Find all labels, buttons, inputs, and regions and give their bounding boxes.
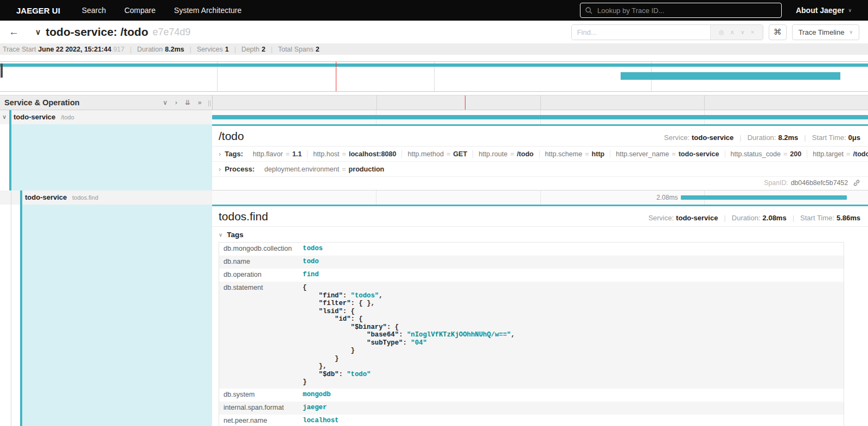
detail-highlight-fill <box>11 124 212 190</box>
span-id-row: SpanID: db046b8efc5b7452 <box>212 176 868 190</box>
duration-label: Duration <box>137 46 163 53</box>
span-detail-header: /todo Service:todo-service | Duration:8.… <box>212 126 868 147</box>
divider: | <box>804 133 806 142</box>
expand-all-icon[interactable]: » <box>198 99 202 106</box>
trace-summary-bar: Trace Start June 22 2022, 15:21:44.917 |… <box>0 43 868 55</box>
column-resize-handle[interactable] <box>208 100 210 106</box>
service-label: Service: <box>664 133 690 142</box>
grid-line <box>376 190 376 205</box>
nav-item-compare[interactable]: Compare <box>124 6 156 15</box>
collapse-one-icon[interactable]: ∨ <box>163 99 168 106</box>
tag-key: db.operation <box>219 269 298 281</box>
duration-value: 2.08ms <box>763 214 787 222</box>
service-operation-header: Service & Operation <box>4 98 80 107</box>
expand-one-icon[interactable]: › <box>175 99 177 106</box>
tags-inline-list: http.flavor=1.1http.host=localhost:8080h… <box>247 150 868 158</box>
timeline-ruler[interactable] <box>212 96 868 110</box>
tag-value: todo <box>298 256 323 268</box>
process-accordion-collapsed[interactable]: › Process: deployment.environment=produc… <box>212 162 868 177</box>
collapse-controls: ∨ › ⇊ » <box>163 99 202 106</box>
tag-table-row: net.peer.name localhost <box>219 415 844 426</box>
nav-item-search[interactable]: Search <box>82 6 106 15</box>
span-meta: Service:todo-service | Duration:2.08ms |… <box>648 214 860 222</box>
tag-item: http.route=/todo <box>473 150 539 158</box>
span-duration-bar[interactable] <box>212 115 868 119</box>
chevron-down-icon: ∨ <box>219 232 222 238</box>
span-name-cell[interactable]: ∨ todo-service/todo <box>0 110 212 124</box>
minimap-span-bar-todos-find <box>621 72 840 80</box>
span-title: todos.find <box>219 210 268 223</box>
about-jaeger-label: About Jaeger <box>796 6 844 15</box>
find-clear-icon[interactable]: × <box>751 29 754 35</box>
equals-sign: = <box>846 150 850 158</box>
span-duration-bar[interactable] <box>681 195 847 200</box>
keyboard-shortcuts-button[interactable]: ⌘ <box>769 24 787 40</box>
collapse-all-icon[interactable]: ⇊ <box>185 99 190 106</box>
trace-title: todo-service: /todo <box>46 26 148 39</box>
grid-line <box>540 190 541 205</box>
collapse-trace-chevron-icon[interactable]: ∨ <box>35 28 41 36</box>
span-service-name: todo-servicetodos.find <box>25 193 98 201</box>
match-target-icon[interactable]: ◎ <box>719 29 724 36</box>
find-prev-icon[interactable]: ∧ <box>730 29 735 36</box>
tag-value: GET <box>453 150 467 158</box>
chevron-down-icon[interactable]: ∨ <box>2 113 7 120</box>
span-id-label: SpanID: <box>764 179 788 187</box>
tag-table-row: db.operation find <box>219 269 844 282</box>
start-time-label: Start Time: <box>800 214 834 222</box>
find-next-icon[interactable]: ∨ <box>741 29 745 36</box>
span-name-cell[interactable]: todo-servicetodos.find <box>0 190 212 205</box>
grid-line <box>376 96 377 110</box>
tag-key: http.scheme <box>545 150 583 158</box>
divider: | <box>130 46 132 53</box>
equals-sign: = <box>783 150 787 158</box>
divider: | <box>793 214 794 222</box>
jaeger-logo[interactable]: JAEGER UI <box>16 6 60 15</box>
depth-guide-line <box>11 205 11 426</box>
tag-item: http.server_name=todo-service <box>610 150 725 158</box>
span-row-todo[interactable]: ∨ todo-service/todo <box>0 110 868 124</box>
depth-guide-line <box>11 190 11 205</box>
tag-key: db.name <box>219 256 298 268</box>
tag-value: jaeger <box>298 402 331 414</box>
minimap-cursor-line <box>336 62 336 91</box>
tags-accordion-collapsed[interactable]: › Tags: http.flavor=1.1http.host=localho… <box>212 147 868 162</box>
tag-item: http.flavor=1.1 <box>247 150 308 158</box>
trace-view-select[interactable]: Trace Timeline ∨ <box>792 24 859 40</box>
about-jaeger-menu[interactable]: About Jaeger ∨ <box>796 6 852 15</box>
find-input[interactable] <box>572 25 710 40</box>
span-timeline-cell[interactable] <box>212 110 868 124</box>
tag-value: todo-service <box>679 150 719 158</box>
divider: | <box>189 46 191 53</box>
tag-value: { "find": "todos", "filter": { }, "lsid"… <box>298 282 519 389</box>
start-time-value: 0μs <box>848 133 860 142</box>
span-timeline-cell[interactable]: 2.08ms <box>212 190 868 205</box>
minimap-canvas[interactable] <box>0 61 868 92</box>
timeline-header: Service & Operation ∨ › ⇊ » <box>0 95 868 110</box>
back-arrow-icon[interactable]: ← <box>9 26 19 38</box>
copy-link-icon[interactable] <box>853 179 860 187</box>
start-time-label: Start Time: <box>812 133 846 142</box>
minimap-scrubber-handle[interactable] <box>1 63 3 78</box>
tag-value: /todo <box>853 150 868 158</box>
tag-value: mongodb <box>298 389 335 401</box>
process-item: deployment.environment=production <box>259 166 390 173</box>
tag-table-row: db.system mongodb <box>219 389 844 402</box>
span-row-todos-find[interactable]: todo-servicetodos.find 2.08ms <box>0 190 868 205</box>
tag-key: http.flavor <box>253 150 283 158</box>
trace-id: e7e74d9 <box>152 27 190 38</box>
span-service-name: todo-service/todo <box>14 113 74 121</box>
tags-key-value-table: db.mongodb.collection todos db.name todo… <box>219 242 844 426</box>
tag-value: localhost <box>298 415 343 426</box>
tags-accordion-expanded[interactable]: ∨ Tags <box>212 228 868 241</box>
trace-lookup-input[interactable] <box>596 6 776 15</box>
span-duration-text: 2.08ms <box>656 194 678 201</box>
tag-value: http <box>592 150 605 158</box>
nav-item-system-architecture[interactable]: System Architecture <box>174 6 242 15</box>
service-value: todo-service <box>692 133 733 142</box>
divider: | <box>724 214 725 222</box>
span-detail-content: todos.find Service:todo-service | Durati… <box>212 205 868 426</box>
timeline-cursor-line <box>465 96 465 110</box>
tag-key: http.host <box>313 150 339 158</box>
minimap-span-bar-todo <box>0 63 868 67</box>
